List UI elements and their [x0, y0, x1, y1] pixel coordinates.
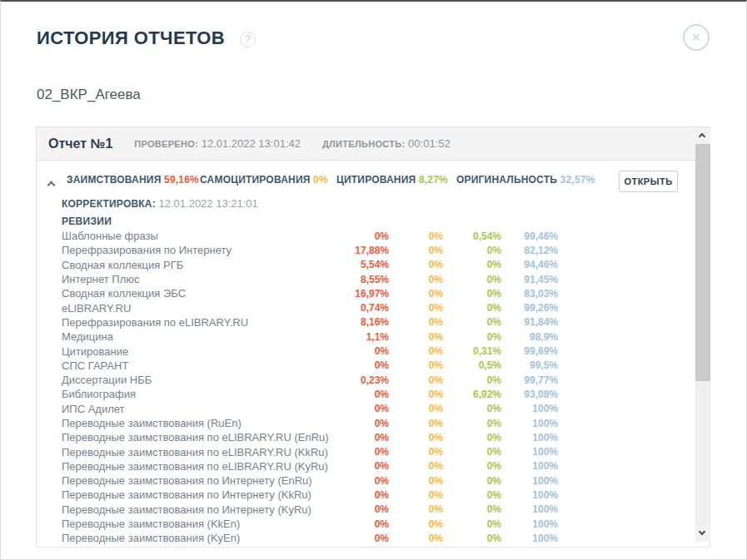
- row-label: Переводные заимствования (RuEn): [62, 417, 351, 429]
- row-value-originality: 98,9%: [501, 331, 558, 343]
- table-row: eLIBRARY.RU 0,74% 0% 0% 99,26%: [37, 300, 693, 315]
- row-value-citations: 0%: [443, 245, 501, 256]
- row-value-self-citations: 0%: [389, 359, 443, 371]
- row-value-citations: 0%: [443, 533, 501, 544]
- row-value-self-citations: 0%: [389, 331, 443, 343]
- scroll-up-button[interactable]: [695, 127, 710, 144]
- row-label: Цитирование: [62, 345, 351, 358]
- table-row: Переводные заимствования по eLIBRARY.RU …: [37, 430, 693, 444]
- row-value-self-citations: 0%: [389, 316, 443, 328]
- row-value-borrowings: 0%: [351, 446, 389, 458]
- stat-citations-value: 8,27%: [419, 174, 448, 186]
- row-value-citations: 0%: [443, 432, 501, 444]
- table-row: Интернет Плюс 8,55% 0% 0% 91,45%: [37, 272, 693, 286]
- row-value-borrowings: 0%: [351, 475, 389, 487]
- row-value-self-citations: 0%: [389, 259, 443, 270]
- row-value-borrowings: 0%: [351, 533, 389, 544]
- row-value-self-citations: 0%: [389, 475, 443, 487]
- row-label: СПС ГАРАНТ: [62, 359, 351, 372]
- document-name: 02_ВКР_Агеева: [37, 87, 141, 103]
- row-value-borrowings: 0%: [351, 489, 389, 501]
- close-button[interactable]: ✕: [683, 24, 710, 51]
- table-row: Переводные заимствования по Интернету (E…: [37, 473, 693, 488]
- row-value-borrowings: 17,88%: [351, 245, 389, 256]
- help-icon[interactable]: ?: [240, 32, 256, 47]
- row-value-borrowings: 8,55%: [351, 274, 389, 285]
- row-value-self-citations: 0%: [389, 274, 443, 285]
- row-value-self-citations: 0%: [389, 533, 443, 544]
- row-value-citations: 0%: [443, 288, 501, 300]
- row-value-originality: 100%: [501, 403, 558, 414]
- table-row: Диссертации НББ 0,23% 0% 0% 99,77%: [37, 373, 693, 387]
- row-value-self-citations: 0%: [389, 432, 443, 444]
- row-label: Переводные заимствования по Интернету (E…: [62, 474, 351, 487]
- row-value-originality: 100%: [501, 432, 558, 444]
- row-value-self-citations: 0%: [389, 489, 443, 501]
- table-row: Шаблонные фразы 0% 0% 0,54% 99,46%: [37, 229, 693, 243]
- scroll-down-button[interactable]: [695, 525, 710, 542]
- row-label: Перефразирования по Интернету: [62, 244, 351, 256]
- table-row: СПС ГАРАНТ 0% 0% 0,5% 99,5%: [37, 359, 693, 373]
- scrollbar-thumb[interactable]: [695, 144, 710, 381]
- correction-line: КОРРЕКТИРОВКА: 12.01.2022 13:21:01: [62, 197, 258, 210]
- row-value-citations: 0%: [443, 259, 501, 270]
- collapse-chevron-icon[interactable]: [48, 176, 60, 186]
- row-value-citations: 0,31%: [443, 345, 501, 357]
- row-label: Шаблонные фразы: [62, 230, 351, 242]
- row-value-self-citations: 0%: [389, 389, 443, 400]
- report-card-header: Отчет №1 ПРОВЕРЕНО: 12.01.2022 13:01:42 …: [37, 127, 710, 161]
- open-report-button[interactable]: ОТКРЫТЬ: [619, 171, 678, 192]
- checked-meta: ПРОВЕРЕНО: 12.01.2022 13:01:42: [134, 137, 301, 150]
- row-label: Переводные заимствования по Интернету (K…: [62, 503, 351, 516]
- row-value-borrowings: 5,54%: [351, 259, 389, 270]
- row-label: Медицина: [62, 330, 351, 343]
- chevron-up-icon: [699, 133, 705, 140]
- duration-label: ДЛИТЕЛЬНОСТЬ:: [322, 139, 406, 149]
- row-value-borrowings: 0%: [351, 432, 389, 444]
- row-value-borrowings: 1,1%: [351, 331, 389, 343]
- row-value-borrowings: 0,74%: [351, 302, 389, 314]
- row-label: ИПС Адилет: [62, 403, 351, 415]
- row-value-originality: 99,69%: [501, 345, 558, 357]
- row-value-citations: 0%: [443, 489, 501, 501]
- row-value-citations: 0%: [443, 518, 501, 530]
- table-row: Переводные заимствования (KkEn) 0% 0% 0%…: [37, 517, 693, 531]
- scrollbar-track[interactable]: [695, 127, 710, 542]
- stat-originality: ОРИГИНАЛЬНОСТЬ 32,57%: [456, 174, 595, 186]
- stat-borrowings-label: ЗАИМСТВОВАНИЯ: [67, 174, 161, 186]
- row-value-borrowings: 0%: [351, 345, 389, 357]
- table-row: Переводные заимствования по eLIBRARY.RU …: [37, 444, 693, 458]
- table-row: Сводная коллекция ЭБС 16,97% 0% 0% 83,03…: [37, 286, 693, 300]
- row-value-originality: 91,45%: [501, 274, 558, 285]
- table-row: Переводные заимствования (KyEn) 0% 0% 0%…: [37, 531, 693, 545]
- row-value-self-citations: 0%: [389, 245, 443, 256]
- report-card: Отчет №1 ПРОВЕРЕНО: 12.01.2022 13:01:42 …: [36, 126, 710, 548]
- row-value-self-citations: 0%: [389, 374, 443, 386]
- table-row: Переводные заимствования по Интернету (K…: [37, 488, 693, 502]
- row-value-borrowings: 0%: [351, 230, 389, 242]
- row-value-originality: 100%: [501, 475, 558, 487]
- row-value-originality: 100%: [501, 460, 558, 472]
- stat-self-citations-label: САМОЦИТИРОВАНИЯ: [200, 174, 311, 186]
- table-row: ИПС Адилет 0% 0% 0% 100%: [37, 402, 693, 416]
- row-value-borrowings: 0%: [351, 418, 389, 429]
- checked-label: ПРОВЕРЕНО:: [134, 139, 198, 149]
- table-row: Сводная коллекция РГБ 5,54% 0% 0% 94,46%: [37, 258, 693, 272]
- row-value-originality: 99,26%: [501, 302, 558, 314]
- table-row: Медицина 1,1% 0% 0% 98,9%: [37, 330, 693, 344]
- row-label: Диссертации НББ: [62, 374, 351, 386]
- row-value-self-citations: 0%: [389, 302, 443, 314]
- row-value-self-citations: 0%: [389, 230, 443, 242]
- row-label: Переводные заимствования (KkEn): [62, 518, 351, 530]
- row-value-originality: 91,84%: [501, 316, 558, 328]
- correction-label: КОРРЕКТИРОВКА:: [62, 198, 156, 210]
- close-icon: ✕: [691, 30, 702, 44]
- row-label: Сводная коллекция ЭБС: [62, 287, 351, 300]
- row-value-citations: 0%: [443, 503, 501, 515]
- row-value-citations: 0,54%: [443, 230, 501, 242]
- row-value-originality: 100%: [501, 518, 558, 530]
- row-label: Переводные заимствования (KyEn): [62, 532, 351, 544]
- row-value-citations: 6,92%: [443, 389, 501, 400]
- row-label: eLIBRARY.RU: [62, 302, 351, 315]
- row-value-citations: 0%: [443, 475, 501, 487]
